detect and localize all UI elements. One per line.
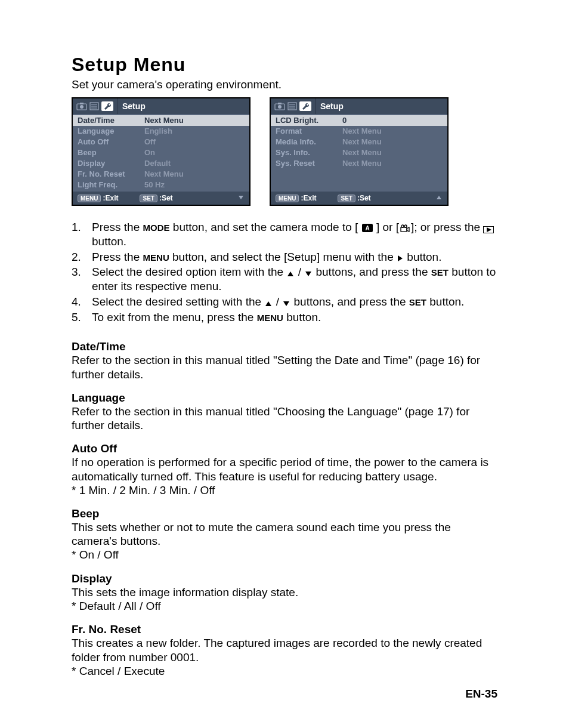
svg-marker-22 (487, 227, 491, 232)
osd1-row-datetime: Date/TimeNext Menu (73, 115, 249, 126)
osd-row: Setup Date/TimeNext Menu LanguageEnglish… (72, 97, 497, 206)
osd1-row-autooff: Auto OffOff (73, 137, 249, 147)
instructions-list: 1. Press the MODE button, and set the ca… (72, 220, 497, 324)
osd2-footer: MENU:Exit SET:Set (271, 192, 447, 205)
page-title: Setup Menu (72, 54, 497, 76)
right-triangle-icon (397, 255, 403, 262)
osd2-setup-label: Setup (316, 98, 447, 114)
section-language: Language Refer to the section in this ma… (72, 391, 497, 433)
osd2-body: LCD Bright.0 FormatNext Menu Media Info.… (271, 114, 447, 192)
osd1-row-beep: BeepOn (73, 147, 249, 158)
svg-marker-26 (265, 301, 271, 306)
section-frno: Fr. No. Reset This creates a new folder.… (72, 622, 497, 678)
wrench-icon-active (101, 101, 113, 111)
osd1-row-lightfreq: Light Freq.50 Hz (73, 180, 249, 190)
down-triangle-icon (283, 301, 290, 307)
section-autooff: Auto Off If no operation is performed fo… (72, 442, 497, 497)
set-button-tag: SET (140, 195, 157, 202)
mode-label: MODE (143, 223, 170, 233)
svg-rect-9 (278, 103, 282, 104)
up-triangle-icon (435, 194, 443, 202)
svg-text:A: A (365, 225, 369, 232)
section-display: Display This sets the image information … (72, 572, 497, 613)
video-icon (400, 224, 410, 232)
set-button-tag: SET (338, 195, 355, 202)
section-datetime: Date/Time Refer to the section in this m… (72, 340, 497, 381)
osd2-row-format: FormatNext Menu (271, 126, 447, 137)
svg-point-21 (404, 225, 407, 227)
down-triangle-icon (305, 271, 312, 277)
osd-panel-1: Setup Date/TimeNext Menu LanguageEnglish… (72, 97, 251, 206)
set-label: SET (431, 267, 449, 277)
svg-point-2 (80, 105, 84, 109)
osd2-row-sysreset: Sys. ResetNext Menu (271, 158, 447, 169)
osd1-body: Date/TimeNext Menu LanguageEnglish Auto … (73, 114, 249, 192)
svg-marker-24 (287, 272, 293, 276)
osd1-row-frno: Fr. No. ResetNext Menu (73, 169, 249, 180)
list-icon (287, 102, 297, 110)
osd2-row-lcdbright: LCD Bright.0 (271, 115, 447, 126)
set-label: SET (409, 297, 426, 307)
svg-marker-23 (398, 255, 403, 261)
camera-icon (274, 102, 285, 110)
osd-tabs (73, 98, 117, 114)
list-icon (89, 102, 99, 110)
svg-marker-27 (283, 301, 289, 306)
osd1-setup-label: Setup (117, 98, 249, 114)
up-triangle-icon (287, 271, 294, 277)
osd1-row-language: LanguageEnglish (73, 126, 249, 137)
svg-point-20 (401, 225, 404, 227)
page-number: EN-35 (72, 687, 497, 701)
menu-button-tag: MENU (78, 195, 101, 202)
svg-marker-15 (437, 196, 441, 199)
svg-marker-7 (239, 196, 243, 199)
page-intro: Set your camera's operating environment. (72, 78, 497, 91)
svg-rect-1 (80, 103, 84, 104)
camera-icon (76, 102, 87, 110)
svg-point-10 (278, 105, 282, 109)
osd1-row-display: DisplayDefault (73, 158, 249, 169)
camera-auto-icon: A (362, 224, 373, 232)
svg-marker-19 (407, 227, 409, 232)
section-beep: Beep This sets whether or not to mute th… (72, 507, 497, 562)
osd1-footer: MENU:Exit SET:Set (73, 192, 249, 205)
up-triangle-icon (265, 301, 272, 307)
down-triangle-icon (237, 194, 245, 202)
osd-panel-2: Setup LCD Bright.0 FormatNext Menu Media… (270, 97, 449, 206)
menu-button-tag: MENU (276, 195, 299, 202)
menu-label: MENU (257, 313, 283, 323)
wrench-icon-active (299, 101, 311, 111)
osd2-row-sysinfo: Sys. Info.Next Menu (271, 147, 447, 158)
play-icon (483, 226, 494, 233)
svg-marker-25 (305, 272, 311, 276)
osd2-row-mediainfo: Media Info.Next Menu (271, 137, 447, 147)
svg-rect-18 (401, 227, 407, 232)
menu-label: MENU (143, 252, 169, 263)
osd-tabs (271, 98, 316, 114)
